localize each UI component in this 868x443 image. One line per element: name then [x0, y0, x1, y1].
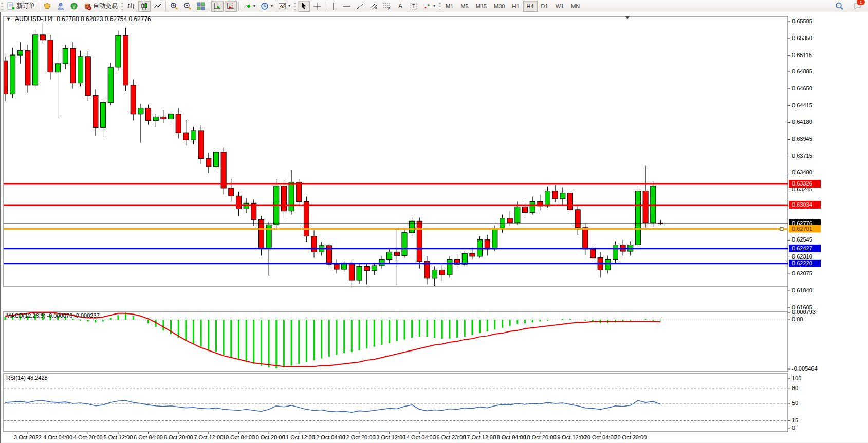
candle [568, 193, 573, 210]
svg-text:20 Oct 20:00: 20 Oct 20:00 [614, 434, 647, 440]
candle [258, 219, 264, 248]
cursor-button[interactable] [298, 1, 310, 12]
timeframe-button-m5[interactable]: M5 [457, 1, 472, 12]
text-label-button[interactable]: T [408, 1, 420, 12]
chart-canvas[interactable]: 0.655850.653500.651150.648850.646500.644… [1, 12, 868, 443]
svg-text:12 Oct 20:00: 12 Oct 20:00 [343, 434, 376, 440]
zoom-in-button[interactable] [168, 1, 180, 12]
notifications-button[interactable]: 1 [851, 1, 863, 12]
search-icon [835, 2, 843, 10]
horizontal-line-button[interactable] [341, 1, 353, 12]
svg-text:7 Oct 12:00: 7 Oct 12:00 [194, 434, 223, 440]
svg-text:18 Oct 20:00: 18 Oct 20:00 [524, 434, 556, 440]
dropdown-arrow-icon[interactable]: ▾ [271, 4, 273, 8]
chart-ohlc-values: 0.62788 0.62823 0.62754 0.62776 [57, 15, 151, 23]
chevron-down-icon[interactable]: ▼ [6, 16, 11, 22]
candle [56, 64, 61, 72]
candlestick-chart-button[interactable] [138, 1, 151, 12]
svg-text:15: 15 [792, 417, 798, 423]
candle [349, 263, 354, 280]
candle [432, 270, 437, 278]
svg-text:0.62310: 0.62310 [792, 253, 812, 260]
templates-button[interactable]: ▾ [276, 1, 292, 12]
market-watch-icon-button[interactable] [41, 1, 53, 12]
bar-chart-button[interactable] [125, 1, 137, 12]
new-order-button[interactable]: 新订单 [5, 1, 37, 12]
timeframe-button-mn[interactable]: MN [567, 1, 583, 12]
toolbar-separator [1, 2, 3, 11]
auto-scroll-button[interactable] [211, 1, 224, 12]
svg-text:0.000793: 0.000793 [792, 309, 816, 315]
svg-text:0.62220: 0.62220 [792, 260, 812, 266]
fibonacci-button[interactable]: F [381, 1, 393, 12]
line-handle[interactable] [780, 228, 783, 231]
vertical-line-button[interactable] [327, 1, 340, 12]
candle [364, 266, 370, 270]
candle [10, 55, 15, 94]
candle [78, 57, 83, 83]
candle [492, 229, 497, 249]
svg-text:0.65115: 0.65115 [792, 52, 812, 58]
timeframe-button-w1[interactable]: W1 [552, 1, 568, 12]
candle [40, 35, 45, 40]
svg-text:12 Oct 04:00: 12 Oct 04:00 [313, 434, 345, 440]
timeframe-button-d1[interactable]: D1 [538, 1, 552, 12]
line-chart-button[interactable] [152, 1, 164, 12]
candle [447, 259, 452, 275]
candle [410, 221, 415, 232]
candle [613, 245, 618, 259]
svg-text:0.65585: 0.65585 [792, 18, 812, 24]
timeframe-button-m1[interactable]: M1 [442, 1, 457, 12]
crosshair-button[interactable] [311, 1, 323, 12]
candle [304, 201, 309, 236]
main-toolbar: 新订单自动交易▾▾▾EFAT▾M1M5M15M30H1H4D1W1MN1 [0, 0, 868, 12]
candle [236, 196, 241, 209]
svg-text:0.63326: 0.63326 [792, 180, 812, 187]
trendline-button[interactable] [354, 1, 366, 12]
arrows-button[interactable]: ▾ [421, 1, 437, 12]
candle [48, 40, 53, 72]
svg-text:18 Oct 04:00: 18 Oct 04:00 [494, 434, 526, 440]
timeframe-button-m30[interactable]: M30 [490, 1, 508, 12]
dropdown-arrow-icon[interactable]: ▾ [288, 4, 290, 8]
candle [575, 210, 580, 228]
timeframe-button-h4[interactable]: H4 [523, 1, 538, 12]
text-button[interactable]: A [394, 1, 407, 12]
candle [334, 264, 339, 269]
svg-text:0: 0 [792, 424, 795, 431]
periods-button[interactable]: ▾ [258, 1, 275, 12]
profile-button[interactable] [54, 1, 67, 12]
svg-text:0.62545: 0.62545 [792, 236, 812, 243]
timeframe-button-m15[interactable]: M15 [472, 1, 490, 12]
candle [507, 218, 512, 223]
indicators-button[interactable]: ▾ [241, 1, 257, 12]
svg-text:0.64885: 0.64885 [792, 68, 812, 75]
signals-button[interactable] [68, 1, 80, 12]
price-axis[interactable]: 0.655850.653500.651150.648850.646500.644… [788, 18, 821, 310]
zoom-out-button[interactable] [181, 1, 194, 12]
svg-text:0.62427: 0.62427 [792, 245, 812, 251]
dropdown-arrow-icon[interactable]: ▾ [433, 4, 435, 8]
dropdown-arrow-icon[interactable]: ▾ [253, 4, 255, 8]
candle [289, 182, 294, 211]
svg-text:50: 50 [792, 400, 798, 406]
svg-text:20 Oct 04:00: 20 Oct 04:00 [584, 434, 617, 440]
svg-text:13 Oct 12:00: 13 Oct 12:00 [373, 434, 405, 440]
candle [417, 221, 422, 261]
svg-text:16 Oct 23:00: 16 Oct 23:00 [433, 434, 466, 440]
time-axis[interactable]: 3 Oct 20224 Oct 04:004 Oct 20:005 Oct 12… [14, 432, 647, 440]
tile-windows-button[interactable] [195, 1, 207, 12]
timeframe-button-h1[interactable]: H1 [508, 1, 523, 12]
svg-text:0.64180: 0.64180 [792, 119, 812, 125]
svg-text:0.63715: 0.63715 [792, 153, 812, 159]
candle [229, 188, 234, 196]
equidistant-channel-button[interactable]: E [367, 1, 380, 12]
auto-trading-button[interactable]: 自动交易 [81, 1, 120, 12]
candle-icon [140, 2, 149, 10]
candle [33, 35, 38, 85]
candle [515, 207, 520, 223]
candle [191, 131, 196, 140]
candle [357, 266, 362, 280]
search-button[interactable] [833, 1, 845, 12]
chart-shift-button[interactable] [225, 1, 237, 12]
